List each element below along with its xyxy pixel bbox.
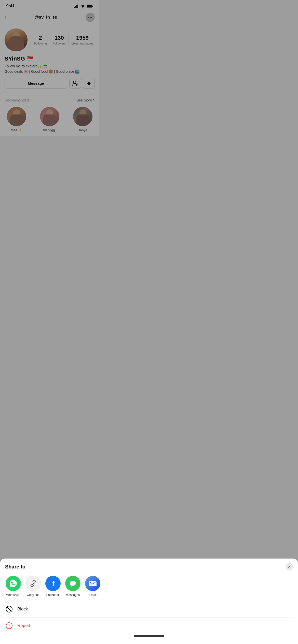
share-overlay[interactable] [0,0,99,215]
